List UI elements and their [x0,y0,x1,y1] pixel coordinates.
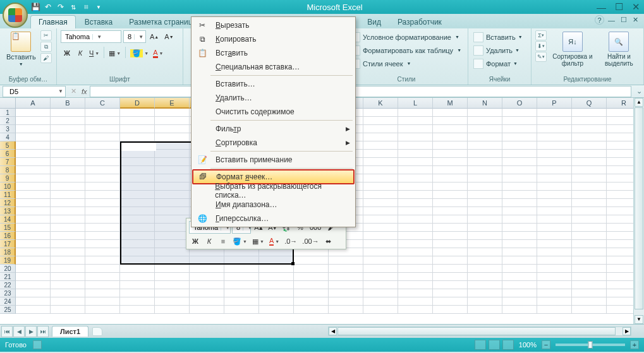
row-header[interactable]: 7 [0,158,16,166]
mini-merge-icon[interactable]: ⬌ [322,235,335,248]
column-header[interactable]: P [537,98,572,109]
cell[interactable] [572,281,607,289]
cell[interactable] [398,191,433,199]
cell[interactable] [16,158,51,166]
cell[interactable] [398,109,433,117]
cell[interactable] [120,297,155,306]
cell[interactable] [51,240,85,248]
cell[interactable] [537,125,572,133]
row-header[interactable]: 11 [0,191,16,199]
cell[interactable] [259,273,294,281]
cell[interactable] [537,240,572,248]
cell[interactable] [398,265,433,273]
cell[interactable] [51,273,85,281]
cell[interactable] [224,281,259,289]
cell[interactable] [572,232,607,240]
cell[interactable] [433,158,468,166]
cell[interactable] [190,265,224,273]
cell[interactable] [398,166,433,174]
cell[interactable] [190,297,224,306]
cell[interactable] [85,289,120,297]
view-layout-icon[interactable] [489,340,500,350]
cell[interactable] [16,306,51,314]
cell[interactable] [502,297,537,306]
cell[interactable] [502,150,537,158]
help-icon[interactable]: ? [595,15,604,25]
cell[interactable] [433,109,468,117]
row-header[interactable]: 3 [0,125,16,133]
cell[interactable] [363,297,398,306]
column-header[interactable]: Q [572,98,607,109]
cell[interactable] [224,306,259,314]
cell[interactable] [502,117,537,125]
cell[interactable] [468,191,502,199]
cell[interactable] [363,256,398,265]
cell[interactable] [433,166,468,174]
cell[interactable] [259,265,294,273]
cell[interactable] [433,281,468,289]
cell[interactable] [468,150,502,158]
context-menu-item[interactable]: Очистить содержимое [193,105,354,119]
cell[interactable] [85,273,120,281]
cell[interactable] [502,256,537,265]
cell[interactable] [85,306,120,314]
cell[interactable] [468,289,502,297]
row-header[interactable]: 6 [0,150,16,158]
cell[interactable] [468,273,502,281]
cell[interactable] [468,281,502,289]
hscroll-thumb[interactable] [337,327,616,335]
qat-undo-icon[interactable]: ↶ [43,2,53,12]
context-menu-item[interactable]: 📝Вставить примечание [193,153,354,167]
cell[interactable] [572,141,607,150]
row-header[interactable]: 5 [0,141,16,150]
row-header[interactable]: 24 [0,297,16,306]
cell[interactable] [16,224,51,232]
cell[interactable] [363,199,398,207]
formula-bar[interactable] [90,86,631,97]
cell[interactable] [16,289,51,297]
cell[interactable] [433,207,468,215]
fill-color-button[interactable]: 🪣▼ [128,47,150,59]
cell[interactable] [363,133,398,141]
cell[interactable] [572,215,607,224]
cell[interactable] [363,150,398,158]
cell[interactable] [51,224,85,232]
cell[interactable] [572,117,607,125]
cell[interactable] [16,297,51,306]
cell[interactable] [51,174,85,182]
cell[interactable] [51,215,85,224]
cell[interactable] [537,141,572,150]
cell[interactable] [572,273,607,281]
row-header[interactable]: 1 [0,109,16,117]
cell[interactable] [398,182,433,191]
row-header[interactable]: 8 [0,166,16,174]
ribbon-min-icon[interactable]: — [607,15,616,25]
row-header[interactable]: 2 [0,117,16,125]
cell[interactable] [120,125,155,133]
cell[interactable] [85,109,120,117]
cell[interactable] [502,191,537,199]
context-menu-item[interactable]: 📋Вставить [193,46,354,60]
cell[interactable] [363,232,398,240]
tab-view[interactable]: Вид [360,16,389,28]
cell[interactable] [51,166,85,174]
cell[interactable] [16,125,51,133]
cell[interactable] [502,224,537,232]
cell[interactable] [398,248,433,256]
delete-cells-button[interactable]: Удалить ▼ [472,44,524,57]
cell[interactable] [155,306,190,314]
cell[interactable] [329,306,363,314]
cell[interactable] [502,125,537,133]
column-header[interactable]: D [120,98,155,109]
cell[interactable] [155,265,190,273]
qat-sort-icon[interactable]: ⇅ [68,2,78,12]
sheet-nav-first-icon[interactable]: ⏮ [1,326,13,337]
cell[interactable] [433,125,468,133]
cell[interactable] [363,182,398,191]
cell[interactable] [537,158,572,166]
font-size-combo[interactable]: 8▼ [123,30,146,43]
context-menu-item[interactable]: Фильтр▶ [193,122,354,136]
cell[interactable] [51,207,85,215]
cell[interactable] [433,199,468,207]
cell[interactable] [468,297,502,306]
